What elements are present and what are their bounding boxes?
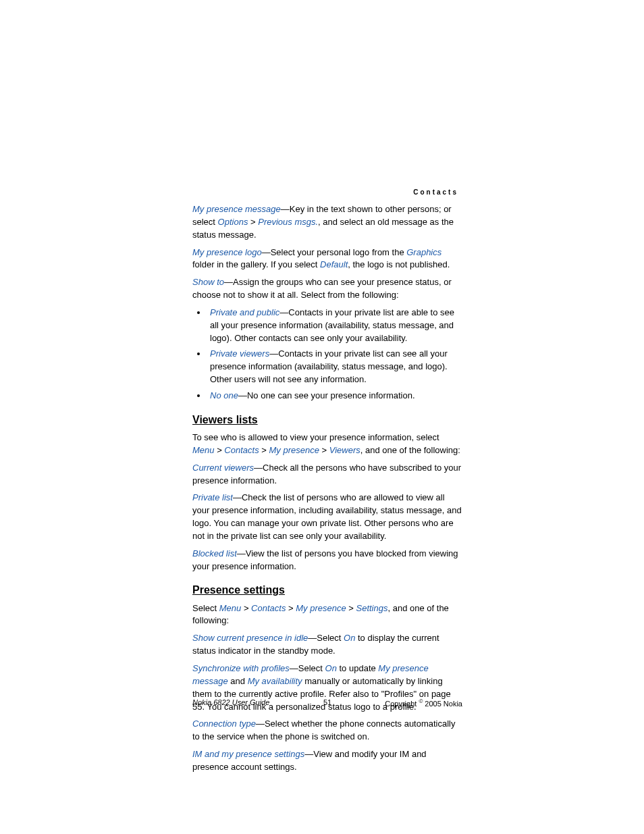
text: —Select your personal logo from the xyxy=(262,247,407,257)
paragraph-viewers-intro: To see who is allowed to view your prese… xyxy=(192,432,462,457)
text: Select xyxy=(192,603,219,613)
text: 2005 Nokia xyxy=(423,700,462,708)
text: Copyright xyxy=(385,700,419,708)
paragraph-private-list: Private list—Check the list of persons w… xyxy=(192,492,462,542)
heading-viewers-lists: Viewers lists xyxy=(192,412,462,427)
text: > xyxy=(259,445,269,455)
link-my-presence[interactable]: My presence xyxy=(269,445,319,455)
text: and xyxy=(228,676,248,686)
text: folder in the gallery. If you select xyxy=(192,259,320,269)
text: > xyxy=(215,445,225,455)
list-item: Private and public—Contacts in your priv… xyxy=(207,307,462,345)
text: —Check the list of persons who are allow… xyxy=(192,492,462,541)
show-to-options-list: Private and public—Contacts in your priv… xyxy=(192,307,462,402)
link-show-to[interactable]: Show to xyxy=(192,277,224,287)
link-options[interactable]: Options xyxy=(218,217,248,227)
text: to update xyxy=(337,663,378,673)
text: To see who is allowed to view your prese… xyxy=(192,432,439,442)
paragraph-my-presence-message: My presence message—Key in the text show… xyxy=(192,203,462,242)
link-contacts[interactable]: Contacts xyxy=(251,603,286,613)
list-item: No one—No one can see your presence info… xyxy=(207,390,462,402)
text: > xyxy=(319,445,329,455)
text: > xyxy=(248,217,258,227)
paragraph-connection-type: Connection type—Select whether the phone… xyxy=(192,718,462,744)
heading-presence-settings: Presence settings xyxy=(192,582,462,598)
paragraph-my-presence-logo: My presence logo—Select your personal lo… xyxy=(192,246,462,272)
paragraph-im-and-presence-settings: IM and my presence settings—View and mod… xyxy=(192,748,462,774)
text: —Select xyxy=(290,663,325,673)
link-settings[interactable]: Settings xyxy=(356,603,388,613)
text: > xyxy=(241,603,251,613)
text: > xyxy=(286,603,296,613)
link-blocked-list[interactable]: Blocked list xyxy=(192,548,237,558)
link-im-and-my-presence-settings[interactable]: IM and my presence settings xyxy=(192,749,304,759)
document-page: Contacts My presence message—Key in the … xyxy=(0,0,644,834)
link-show-current-presence-in-idle[interactable]: Show current presence in idle xyxy=(192,633,308,643)
link-current-viewers[interactable]: Current viewers xyxy=(192,463,254,473)
link-previous-msgs[interactable]: Previous msgs. xyxy=(258,217,318,227)
paragraph-current-viewers: Current viewers—Check all the persons wh… xyxy=(192,462,462,488)
link-private-viewers[interactable]: Private viewers xyxy=(210,348,269,359)
text: > xyxy=(346,603,356,613)
text: , the logo is not published. xyxy=(348,259,450,269)
list-item: Private viewers—Contacts in your private… xyxy=(207,348,462,386)
link-connection-type[interactable]: Connection type xyxy=(192,719,256,729)
link-menu[interactable]: Menu xyxy=(192,445,215,455)
link-private-list[interactable]: Private list xyxy=(192,492,233,502)
link-my-availability[interactable]: My availability xyxy=(248,676,302,686)
paragraph-blocked-list: Blocked list—View the list of persons yo… xyxy=(192,548,462,573)
link-my-presence-message[interactable]: My presence message xyxy=(192,204,281,214)
link-viewers[interactable]: Viewers xyxy=(329,445,360,455)
paragraph-show-current-presence: Show current presence in idle—Select On … xyxy=(192,632,462,658)
link-contacts[interactable]: Contacts xyxy=(224,445,259,455)
page-content: My presence message—Key in the text show… xyxy=(192,188,462,779)
link-menu[interactable]: Menu xyxy=(219,603,242,613)
link-on[interactable]: On xyxy=(344,633,355,643)
link-synchronize-with-profiles[interactable]: Synchronize with profiles xyxy=(192,663,290,673)
text: —Select xyxy=(308,633,344,643)
link-default[interactable]: Default xyxy=(320,259,348,269)
paragraph-presence-settings-intro: Select Menu > Contacts > My presence > S… xyxy=(192,602,462,628)
paragraph-show-to: Show to—Assign the groups who can see yo… xyxy=(192,276,462,302)
link-on[interactable]: On xyxy=(325,663,337,673)
text: —No one can see your presence informatio… xyxy=(238,390,415,400)
footer-copyright: Copyright © 2005 Nokia xyxy=(385,698,462,710)
text: —Assign the groups who can see your pres… xyxy=(192,277,452,300)
link-my-presence-logo[interactable]: My presence logo xyxy=(192,247,262,257)
text: , and one of the following: xyxy=(360,445,460,455)
link-my-presence[interactable]: My presence xyxy=(296,603,346,613)
link-graphics[interactable]: Graphics xyxy=(406,247,441,257)
link-private-and-public[interactable]: Private and public xyxy=(210,307,279,317)
link-no-one[interactable]: No one xyxy=(210,390,238,400)
